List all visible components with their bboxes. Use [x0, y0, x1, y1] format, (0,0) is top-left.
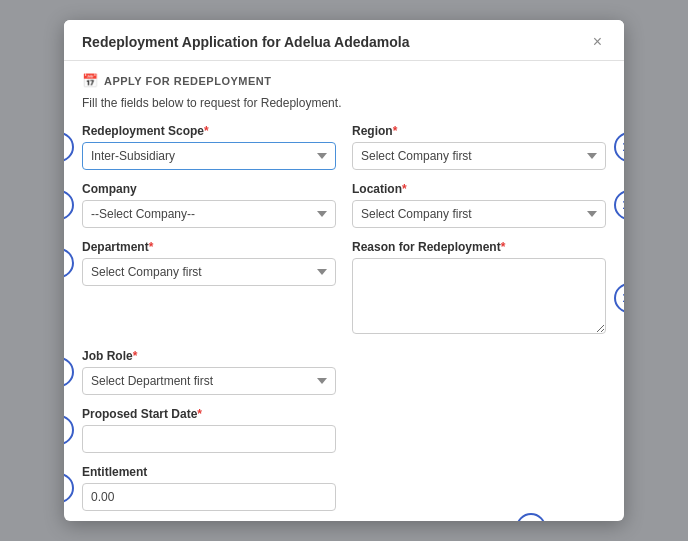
entitlement-col: 9 Entitlement	[82, 465, 336, 511]
badge-11: 11	[614, 190, 624, 220]
form-row-1: 4 Redeployment Scope* Inter-Subsidiary I…	[82, 124, 606, 170]
department-select[interactable]: Select Company first	[82, 258, 336, 286]
badge-6: 6	[64, 248, 74, 278]
apply-header: 📅 APPLY FOR REDEPLOYMENT	[82, 73, 606, 88]
redeployment-scope-select[interactable]: Inter-Subsidiary Intra-Subsidiary	[82, 142, 336, 170]
apply-header-text: APPLY FOR REDEPLOYMENT	[104, 75, 271, 87]
reason-textarea[interactable]	[352, 258, 606, 334]
badge-13: 13	[516, 513, 546, 521]
location-col: Location* Select Company first 11	[352, 182, 606, 228]
modal-header: Redeployment Application for Adelua Aded…	[64, 20, 624, 61]
entitlement-input[interactable]	[82, 483, 336, 511]
reason-col: Reason for Redeployment* 12	[352, 240, 606, 337]
badge-7: 7	[64, 357, 74, 387]
proposed-start-date-input[interactable]	[82, 425, 336, 453]
form-row-5: 8 Proposed Start Date*	[82, 407, 606, 453]
form-row-2: 5 Company --Select Company--	[82, 182, 606, 228]
modal-close-button[interactable]: ×	[589, 34, 606, 50]
department-col: 6 Department* Select Company first	[82, 240, 336, 286]
company-col: 5 Company --Select Company--	[82, 182, 336, 228]
modal: Redeployment Application for Adelua Aded…	[64, 20, 624, 521]
location-label: Location*	[352, 182, 606, 196]
form-row-4: 7 Job Role* Select Department first	[82, 349, 606, 395]
department-label: Department*	[82, 240, 336, 254]
job-role-label: Job Role*	[82, 349, 336, 363]
badge-5: 5	[64, 190, 74, 220]
badge-4: 4	[64, 132, 74, 162]
redeployment-scope-col: 4 Redeployment Scope* Inter-Subsidiary I…	[82, 124, 336, 170]
modal-overlay: Redeployment Application for Adelua Aded…	[0, 0, 688, 541]
job-role-col: 7 Job Role* Select Department first	[82, 349, 336, 395]
redeployment-scope-label: Redeployment Scope*	[82, 124, 336, 138]
company-label: Company	[82, 182, 336, 196]
modal-title: Redeployment Application for Adelua Aded…	[82, 34, 409, 50]
subtitle: Fill the fields below to request for Red…	[82, 96, 606, 110]
badge-8: 8	[64, 415, 74, 445]
form-row-6: 9 Entitlement	[82, 465, 606, 511]
location-select[interactable]: Select Company first	[352, 200, 606, 228]
badge-10: 10	[614, 132, 624, 162]
apply-icon: 📅	[82, 73, 98, 88]
form-row-3: 6 Department* Select Company first	[82, 240, 606, 337]
region-select[interactable]: Select Company first	[352, 142, 606, 170]
badge-9: 9	[64, 473, 74, 503]
region-col: Region* Select Company first 10	[352, 124, 606, 170]
proposed-start-date-col: 8 Proposed Start Date*	[82, 407, 336, 453]
modal-body: 📅 APPLY FOR REDEPLOYMENT Fill the fields…	[64, 61, 624, 521]
proposed-start-date-label: Proposed Start Date*	[82, 407, 336, 421]
reason-label: Reason for Redeployment*	[352, 240, 606, 254]
region-label: Region*	[352, 124, 606, 138]
badge-12: 12	[614, 283, 624, 313]
entitlement-label: Entitlement	[82, 465, 336, 479]
company-select[interactable]: --Select Company--	[82, 200, 336, 228]
job-role-select[interactable]: Select Department first	[82, 367, 336, 395]
